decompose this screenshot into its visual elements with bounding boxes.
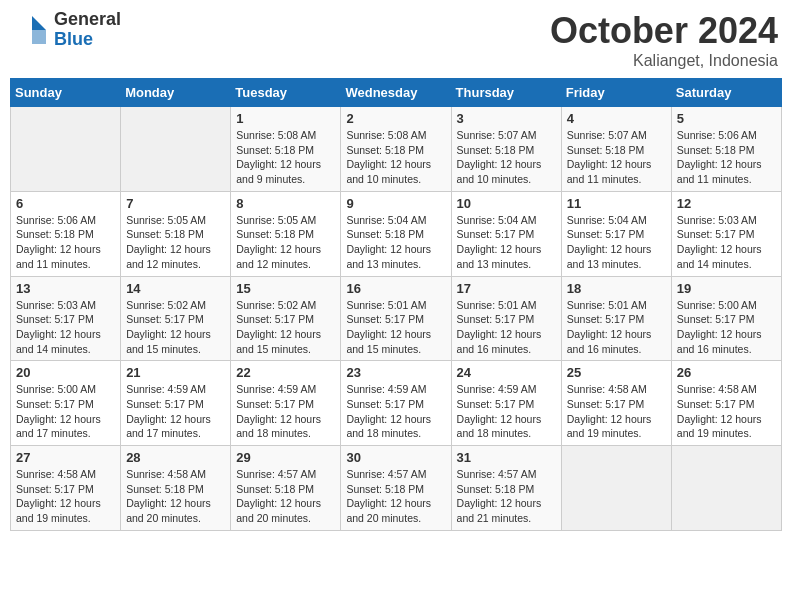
day-info: Sunrise: 4:59 AMSunset: 5:17 PMDaylight:… [236, 382, 335, 441]
day-info: Sunrise: 5:08 AMSunset: 5:18 PMDaylight:… [346, 128, 445, 187]
logo-blue: Blue [54, 30, 121, 50]
day-number: 22 [236, 365, 335, 380]
calendar-cell: 17Sunrise: 5:01 AMSunset: 5:17 PMDayligh… [451, 276, 561, 361]
day-info: Sunrise: 5:04 AMSunset: 5:17 PMDaylight:… [567, 213, 666, 272]
day-number: 21 [126, 365, 225, 380]
calendar-cell: 14Sunrise: 5:02 AMSunset: 5:17 PMDayligh… [121, 276, 231, 361]
day-number: 12 [677, 196, 776, 211]
calendar-cell: 13Sunrise: 5:03 AMSunset: 5:17 PMDayligh… [11, 276, 121, 361]
calendar-cell [561, 446, 671, 531]
day-info: Sunrise: 4:59 AMSunset: 5:17 PMDaylight:… [346, 382, 445, 441]
day-number: 27 [16, 450, 115, 465]
day-number: 3 [457, 111, 556, 126]
calendar-body: 1Sunrise: 5:08 AMSunset: 5:18 PMDaylight… [11, 107, 782, 531]
day-info: Sunrise: 5:03 AMSunset: 5:17 PMDaylight:… [16, 298, 115, 357]
day-number: 20 [16, 365, 115, 380]
calendar-cell: 16Sunrise: 5:01 AMSunset: 5:17 PMDayligh… [341, 276, 451, 361]
svg-marker-1 [32, 30, 46, 44]
day-info: Sunrise: 5:06 AMSunset: 5:18 PMDaylight:… [16, 213, 115, 272]
day-number: 5 [677, 111, 776, 126]
day-number: 15 [236, 281, 335, 296]
day-info: Sunrise: 5:08 AMSunset: 5:18 PMDaylight:… [236, 128, 335, 187]
calendar-cell: 4Sunrise: 5:07 AMSunset: 5:18 PMDaylight… [561, 107, 671, 192]
weekday-header-sunday: Sunday [11, 79, 121, 107]
calendar-cell: 9Sunrise: 5:04 AMSunset: 5:18 PMDaylight… [341, 191, 451, 276]
calendar-cell: 24Sunrise: 4:59 AMSunset: 5:17 PMDayligh… [451, 361, 561, 446]
day-info: Sunrise: 5:05 AMSunset: 5:18 PMDaylight:… [236, 213, 335, 272]
day-info: Sunrise: 5:07 AMSunset: 5:18 PMDaylight:… [567, 128, 666, 187]
calendar-cell: 6Sunrise: 5:06 AMSunset: 5:18 PMDaylight… [11, 191, 121, 276]
weekday-header-friday: Friday [561, 79, 671, 107]
day-number: 30 [346, 450, 445, 465]
calendar-cell: 5Sunrise: 5:06 AMSunset: 5:18 PMDaylight… [671, 107, 781, 192]
day-info: Sunrise: 5:00 AMSunset: 5:17 PMDaylight:… [16, 382, 115, 441]
day-number: 18 [567, 281, 666, 296]
calendar-cell: 18Sunrise: 5:01 AMSunset: 5:17 PMDayligh… [561, 276, 671, 361]
calendar-cell: 1Sunrise: 5:08 AMSunset: 5:18 PMDaylight… [231, 107, 341, 192]
day-info: Sunrise: 5:01 AMSunset: 5:17 PMDaylight:… [457, 298, 556, 357]
title-block: October 2024 Kalianget, Indonesia [550, 10, 778, 70]
day-info: Sunrise: 4:59 AMSunset: 5:17 PMDaylight:… [457, 382, 556, 441]
day-number: 4 [567, 111, 666, 126]
calendar-header: SundayMondayTuesdayWednesdayThursdayFrid… [11, 79, 782, 107]
day-number: 26 [677, 365, 776, 380]
day-info: Sunrise: 4:57 AMSunset: 5:18 PMDaylight:… [457, 467, 556, 526]
calendar-cell: 21Sunrise: 4:59 AMSunset: 5:17 PMDayligh… [121, 361, 231, 446]
calendar-cell [671, 446, 781, 531]
calendar-cell: 19Sunrise: 5:00 AMSunset: 5:17 PMDayligh… [671, 276, 781, 361]
day-number: 17 [457, 281, 556, 296]
day-info: Sunrise: 5:06 AMSunset: 5:18 PMDaylight:… [677, 128, 776, 187]
weekday-row: SundayMondayTuesdayWednesdayThursdayFrid… [11, 79, 782, 107]
calendar-week-1: 1Sunrise: 5:08 AMSunset: 5:18 PMDaylight… [11, 107, 782, 192]
calendar-cell: 12Sunrise: 5:03 AMSunset: 5:17 PMDayligh… [671, 191, 781, 276]
calendar-cell: 27Sunrise: 4:58 AMSunset: 5:17 PMDayligh… [11, 446, 121, 531]
day-info: Sunrise: 5:02 AMSunset: 5:17 PMDaylight:… [126, 298, 225, 357]
day-info: Sunrise: 5:04 AMSunset: 5:17 PMDaylight:… [457, 213, 556, 272]
day-info: Sunrise: 5:00 AMSunset: 5:17 PMDaylight:… [677, 298, 776, 357]
calendar-cell: 7Sunrise: 5:05 AMSunset: 5:18 PMDaylight… [121, 191, 231, 276]
weekday-header-saturday: Saturday [671, 79, 781, 107]
calendar-cell: 22Sunrise: 4:59 AMSunset: 5:17 PMDayligh… [231, 361, 341, 446]
calendar-cell: 20Sunrise: 5:00 AMSunset: 5:17 PMDayligh… [11, 361, 121, 446]
calendar-cell: 29Sunrise: 4:57 AMSunset: 5:18 PMDayligh… [231, 446, 341, 531]
weekday-header-monday: Monday [121, 79, 231, 107]
day-info: Sunrise: 5:02 AMSunset: 5:17 PMDaylight:… [236, 298, 335, 357]
calendar-cell: 26Sunrise: 4:58 AMSunset: 5:17 PMDayligh… [671, 361, 781, 446]
calendar-cell: 25Sunrise: 4:58 AMSunset: 5:17 PMDayligh… [561, 361, 671, 446]
day-number: 11 [567, 196, 666, 211]
calendar-week-3: 13Sunrise: 5:03 AMSunset: 5:17 PMDayligh… [11, 276, 782, 361]
day-info: Sunrise: 5:05 AMSunset: 5:18 PMDaylight:… [126, 213, 225, 272]
day-number: 14 [126, 281, 225, 296]
calendar-cell: 23Sunrise: 4:59 AMSunset: 5:17 PMDayligh… [341, 361, 451, 446]
calendar-cell [121, 107, 231, 192]
day-info: Sunrise: 5:01 AMSunset: 5:17 PMDaylight:… [346, 298, 445, 357]
calendar-cell: 10Sunrise: 5:04 AMSunset: 5:17 PMDayligh… [451, 191, 561, 276]
day-info: Sunrise: 4:59 AMSunset: 5:17 PMDaylight:… [126, 382, 225, 441]
day-number: 6 [16, 196, 115, 211]
logo-icon [14, 12, 50, 48]
calendar-week-4: 20Sunrise: 5:00 AMSunset: 5:17 PMDayligh… [11, 361, 782, 446]
logo-general: General [54, 10, 121, 30]
calendar-title: October 2024 [550, 10, 778, 52]
day-number: 9 [346, 196, 445, 211]
calendar-cell: 3Sunrise: 5:07 AMSunset: 5:18 PMDaylight… [451, 107, 561, 192]
calendar-cell: 31Sunrise: 4:57 AMSunset: 5:18 PMDayligh… [451, 446, 561, 531]
day-number: 7 [126, 196, 225, 211]
day-info: Sunrise: 5:01 AMSunset: 5:17 PMDaylight:… [567, 298, 666, 357]
calendar-table: SundayMondayTuesdayWednesdayThursdayFrid… [10, 78, 782, 531]
day-number: 25 [567, 365, 666, 380]
day-info: Sunrise: 4:58 AMSunset: 5:17 PMDaylight:… [677, 382, 776, 441]
calendar-cell: 30Sunrise: 4:57 AMSunset: 5:18 PMDayligh… [341, 446, 451, 531]
day-info: Sunrise: 4:57 AMSunset: 5:18 PMDaylight:… [346, 467, 445, 526]
day-info: Sunrise: 4:57 AMSunset: 5:18 PMDaylight:… [236, 467, 335, 526]
calendar-cell: 15Sunrise: 5:02 AMSunset: 5:17 PMDayligh… [231, 276, 341, 361]
day-number: 23 [346, 365, 445, 380]
day-info: Sunrise: 5:03 AMSunset: 5:17 PMDaylight:… [677, 213, 776, 272]
day-info: Sunrise: 5:07 AMSunset: 5:18 PMDaylight:… [457, 128, 556, 187]
day-number: 28 [126, 450, 225, 465]
calendar-cell: 28Sunrise: 4:58 AMSunset: 5:18 PMDayligh… [121, 446, 231, 531]
day-info: Sunrise: 4:58 AMSunset: 5:17 PMDaylight:… [16, 467, 115, 526]
calendar-cell: 11Sunrise: 5:04 AMSunset: 5:17 PMDayligh… [561, 191, 671, 276]
logo-text: General Blue [54, 10, 121, 50]
day-number: 24 [457, 365, 556, 380]
